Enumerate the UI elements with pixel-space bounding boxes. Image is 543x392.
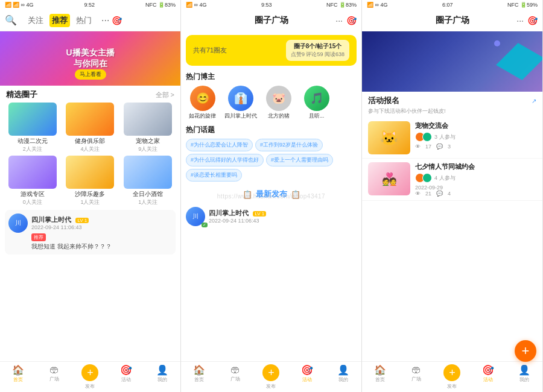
status-bar-2: 📶 ∞ 4G 9:53 NFC 🔋83% <box>181 0 361 10</box>
event-item-1[interactable]: 🐱 宠物交流会 3 人参与 👁 17 💬 3 <box>362 118 542 159</box>
target-icon-2[interactable]: 🎯 <box>346 16 357 25</box>
panel-square: 📶 ∞ 4G 9:53 NFC 🔋83% 圈子广场 ··· 🎯 共有71圈友 圈… <box>181 0 362 392</box>
dots-icon-2[interactable]: ··· <box>335 16 343 25</box>
comments-2: 4 <box>448 191 451 197</box>
post-btn-2[interactable]: + <box>262 364 279 381</box>
nav-post-1[interactable]: + 发布 <box>72 364 109 390</box>
nav-post-2[interactable]: + 发布 <box>253 364 290 390</box>
blogger-avatar-2: 👔 <box>228 86 253 111</box>
nav-activity-2[interactable]: 🎯 活动 <box>289 364 325 390</box>
signal-icon-1: 📶 <box>5 2 11 8</box>
circle-label-game: 游戏专区 <box>21 190 45 198</box>
network-type-1: 📶 ∞ 4G <box>13 2 33 8</box>
page-title-2: 圈子广场 <box>255 15 288 26</box>
tabs-1: 关注 推荐 热门 <box>21 14 99 27</box>
new-release-banner: 📋 最新发布 📋 <box>181 184 361 204</box>
post-name-1: 四川掌上时代 <box>31 216 71 223</box>
nav-square-3[interactable]: 🏟 广场 <box>398 364 434 390</box>
post-btn-1[interactable]: + <box>81 364 98 381</box>
nav-home-2[interactable]: 🏠 首页 <box>181 364 217 390</box>
nav-square-label-2: 广场 <box>230 376 240 382</box>
nav-mine-label-2: 我的 <box>338 376 348 383</box>
section-more-circles[interactable]: 全部 > <box>156 90 174 100</box>
blogger-list: 😊 如花的旋律 👔 四川掌上时代 🐷 北方的猪 🎵 且听... <box>181 83 361 122</box>
new-release-icon-right: 📋 <box>291 190 300 199</box>
post-item-1[interactable]: 川 四川掌上时代 LV 1 2022-09-24 11:06:43 推荐 我想知… <box>5 210 176 254</box>
topic-3[interactable]: #为什么玩得好的人学得也好 <box>186 154 264 166</box>
list-item[interactable]: 😊 如花的旋律 <box>186 86 219 120</box>
blogger-avatar-4: 🎵 <box>304 86 329 111</box>
event-participants-2: 4 人参与 <box>415 173 536 183</box>
more-dots-1[interactable]: ··· <box>101 15 109 26</box>
nav-mine-2[interactable]: 👤 我的 <box>325 364 361 390</box>
tab-follow[interactable]: 关注 <box>25 14 46 27</box>
square-icon-3: 🏟 <box>411 364 421 375</box>
nav-post-3[interactable]: + 发布 <box>434 364 471 390</box>
target-icon-1[interactable]: 🎯 <box>112 16 122 25</box>
list-item[interactable]: 健身俱乐部 4人关注 <box>63 103 118 153</box>
activity-link-icon[interactable]: ↗ <box>532 98 536 104</box>
event-item-2[interactable]: 💑 七夕情人节同城约会 4 人参与 2022-09-29 👁 21 💬 4 <box>362 159 542 201</box>
topic-1[interactable]: #为什么恋爱会让人降智 <box>186 139 253 151</box>
new-release-icon-left: 📋 <box>243 190 252 199</box>
list-item[interactable]: 🐷 北方的猪 <box>262 86 295 120</box>
banner-btn-1[interactable]: 马上看看 <box>75 69 106 80</box>
banner-1[interactable]: U播美女主播与你同在 马上看看 <box>0 31 180 86</box>
header-icons-3: ··· 🎯 <box>516 16 538 25</box>
blogger-avatar-1: 😊 <box>190 86 215 111</box>
eye-icon-1: 👁 <box>415 144 421 150</box>
list-item[interactable]: 👔 四川掌上时代 <box>224 86 257 120</box>
mine-icon-2: 👤 <box>337 364 349 376</box>
list-item[interactable]: 沙障乐趣多 1人关注 <box>63 156 118 206</box>
square-icon-1: 🏟 <box>49 364 59 375</box>
nav-home-1[interactable]: 🏠 首页 <box>0 364 36 390</box>
views-2: 21 <box>425 191 431 197</box>
mine-icon-1: 👤 <box>156 364 168 376</box>
tab-recommend[interactable]: 推荐 <box>49 14 70 27</box>
scroll-area-3: 活动报名 ↗ 参与下线活动和小伙伴一起钱皮! 🐱 宠物交流会 3 人参与 👁 <box>362 31 542 361</box>
nav-mine-label-1: 我的 <box>157 376 167 383</box>
nav-activity-label-2: 活动 <box>302 376 312 383</box>
list-item[interactable]: 动漫二次元 2人关注 <box>5 103 60 153</box>
circle-sub-fitness: 4人关注 <box>80 145 100 153</box>
list-item[interactable]: 全日小酒馆 1人关注 <box>120 156 176 206</box>
scroll-area-1: U播美女主播与你同在 马上看看 精选圈子 全部 > 动漫二次元 2人关注 健身俱… <box>0 31 180 361</box>
fab-button[interactable]: + <box>515 340 536 362</box>
post-info-2: 四川掌上时代 LV 1 2022-09-24 11:06:43 <box>209 207 266 224</box>
post-info-1: 四川掌上时代 LV 1 2022-09-24 11:06:43 推荐 我想知道 … <box>31 213 172 251</box>
participant-avatars-1 <box>415 132 432 142</box>
page-title-3: 圈子广场 <box>436 15 469 26</box>
list-item[interactable]: 🎵 且听... <box>300 86 333 120</box>
tab-hot[interactable]: 热门 <box>74 14 94 27</box>
topic-2[interactable]: #工作到92岁是什么体验 <box>255 139 323 151</box>
topic-list: #为什么恋爱会让人降智 #工作到92岁是什么体验 #为什么玩得好的人学得也好 #… <box>181 136 361 184</box>
yellow-card[interactable]: 共有71圈友 圈子8个/帖子15个 点赞9 评论59 阅读638 <box>186 35 357 66</box>
post-btn-3[interactable]: + <box>443 364 460 381</box>
nav-square-1[interactable]: 🏟 广场 <box>36 364 72 390</box>
circle-label-fitness: 健身俱乐部 <box>75 137 105 145</box>
nav-square-2[interactable]: 🏟 广场 <box>217 364 253 390</box>
nav-home-3[interactable]: 🏠 首页 <box>362 364 398 390</box>
nav-activity-3[interactable]: 🎯 活动 <box>470 364 506 390</box>
section-title-circles: 精选圈子 <box>6 89 37 100</box>
post-lv-1: LV 1 <box>75 218 89 223</box>
target-icon-3[interactable]: 🎯 <box>527 16 538 25</box>
nav-activity-1[interactable]: 🎯 活动 <box>108 364 144 390</box>
circle-thumb-pet <box>124 103 172 136</box>
post-time-1: 2022-09-24 11:06:43 <box>31 224 172 230</box>
nav-mine-1[interactable]: 👤 我的 <box>144 364 180 390</box>
blogger-name-4: 且听... <box>309 112 325 120</box>
search-icon-1[interactable]: 🔍 <box>5 14 17 26</box>
topic-5[interactable]: #谈恋爱长相重要吗 <box>186 169 242 182</box>
circle-thumb-anime <box>8 103 57 136</box>
hero-banner-3[interactable] <box>362 31 542 92</box>
circle-label-anime: 动漫二次元 <box>17 137 48 145</box>
list-item[interactable]: 游戏专区 0人关注 <box>5 156 60 206</box>
nav-mine-3[interactable]: 👤 我的 <box>506 364 542 390</box>
topic-4[interactable]: #爱上一个人需要理由吗 <box>266 154 333 166</box>
status-left-2: 📶 ∞ 4G <box>186 2 206 8</box>
list-item[interactable]: 宠物之家 9人关注 <box>120 103 176 153</box>
dots-icon-3[interactable]: ··· <box>516 16 524 25</box>
post-item-2[interactable]: 川 ✓ 四川掌上时代 LV 1 2022-09-24 11:06:43 <box>186 207 357 226</box>
circle-sub-pet: 9人关注 <box>138 145 157 153</box>
